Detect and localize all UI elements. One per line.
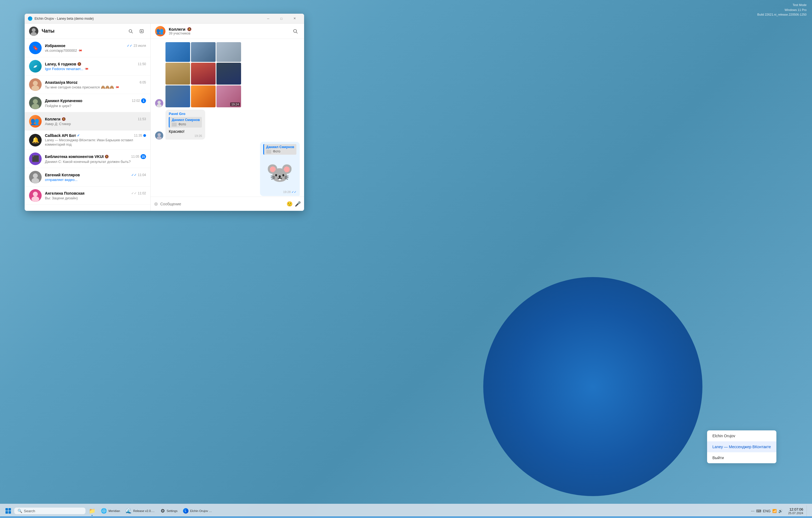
message-time-row: 19:28 ✓✓ xyxy=(263,190,296,194)
sidebar-header: Чаты xyxy=(25,24,150,39)
compose-button[interactable] xyxy=(137,27,146,36)
taskbar-app-edge[interactable]: 🌊 Release v2.0.600-BETA - xyxy=(123,506,157,516)
chat-time: 12:02 xyxy=(132,99,140,103)
meridian-label: Meridian xyxy=(109,509,120,513)
system-tray[interactable]: ⋯ ⌨ ENG 📶 🔊 xyxy=(749,508,785,514)
chat-name: Ангелина Поповская xyxy=(45,191,84,195)
svg-point-22 xyxy=(157,133,161,136)
chat-avatar xyxy=(29,189,41,202)
keyboard-icon: ⌨ xyxy=(756,509,761,513)
svg-line-19 xyxy=(296,32,297,33)
chat-sidebar: Чаты xyxy=(25,24,151,211)
chat-avatar xyxy=(29,171,41,183)
context-menu-item[interactable]: Elchin Orujov xyxy=(707,430,776,441)
pin-icon: 📌 xyxy=(84,67,89,71)
message-time: 19:28 xyxy=(283,190,291,193)
sticker-image: 🐭 xyxy=(263,156,296,189)
chat-item[interactable]: Laney, 6 годиков 🔕 11:50 Igor Fedorov пе… xyxy=(25,57,150,75)
photo-time: 19:24 xyxy=(230,102,240,106)
lang-icon: ENG xyxy=(763,509,771,513)
photo-cell xyxy=(191,85,215,107)
minimize-button[interactable]: ─ xyxy=(262,14,274,24)
taskbar-search[interactable]: 🔍 Search xyxy=(14,508,85,514)
settings-label: Settings xyxy=(167,509,177,513)
chat-info: Библиотека компонентов VKUI 🔕 11:05 15 Д… xyxy=(45,154,146,164)
svg-point-16 xyxy=(31,196,39,202)
svg-text:👥: 👥 xyxy=(156,27,164,35)
taskbar-indicator xyxy=(0,517,812,517)
chat-item[interactable]: 👥 Коллеги 🔕 11:53 Амир Д: Стикер xyxy=(25,112,150,130)
chat-header-avatar: 👥 xyxy=(155,26,166,36)
check-icon: ✓✓ xyxy=(131,173,137,177)
window-controls: ─ □ ✕ xyxy=(262,14,301,24)
chat-panel: 👥 Коллеги 🔕 39 участников xyxy=(151,24,304,211)
chat-item[interactable]: ⬛ Библиотека компонентов VKUI 🔕 11:05 15 xyxy=(25,150,150,168)
svg-point-14 xyxy=(31,178,39,183)
more-icon: ⋯ xyxy=(751,509,754,513)
chat-time: 11:35 xyxy=(134,133,142,138)
check-icon: ✓✓ xyxy=(131,191,137,195)
app-icon xyxy=(28,17,32,21)
chat-info: Коллеги 🔕 11:53 Амир Д: Стикер xyxy=(45,117,146,126)
message-time: 19:26 xyxy=(169,134,202,138)
chat-avatar: 🔖 xyxy=(29,41,41,54)
svg-point-10 xyxy=(33,99,38,104)
chat-info: Laney, 6 годиков 🔕 11:50 Igor Fedorov пе… xyxy=(45,62,146,71)
photo-cell: 19:24 xyxy=(216,85,241,107)
taskbar-app-laney[interactable]: L Elchin Orujov - Laney be xyxy=(181,506,214,516)
context-menu-item-logout[interactable]: Выйти xyxy=(707,452,776,463)
chat-search-button[interactable] xyxy=(291,27,300,36)
message-avatar xyxy=(155,131,163,140)
volume-icon: 🔊 xyxy=(778,509,783,513)
system-build: Build 22621.ni_release.220506-1250 xyxy=(757,12,807,17)
svg-point-9 xyxy=(31,85,39,91)
voice-button[interactable]: 🎤 xyxy=(295,201,301,207)
taskbar-app-meridian[interactable]: 🌐 Meridian xyxy=(98,506,122,516)
chat-preview: Igor Fedorov печатает... 📌 xyxy=(45,67,146,71)
attach-button[interactable]: ⊕ xyxy=(154,201,158,207)
chat-preview: Laney — Мессенджер ВКонтакте: Иван Барыш… xyxy=(45,138,146,147)
photo-row-3: 19:24 xyxy=(166,85,241,107)
chat-mute-icon: 🔕 xyxy=(187,27,192,31)
photo-grid-message: 19:24 xyxy=(166,42,241,107)
emoji-button[interactable]: 🙂 xyxy=(287,201,293,207)
search-button[interactable] xyxy=(126,27,135,36)
photo-row-1 xyxy=(166,42,241,62)
chat-preview: vk.com/app7000002 📌 xyxy=(45,49,146,53)
maximize-button[interactable]: □ xyxy=(275,14,288,24)
chat-item[interactable]: Anastasiya Moroz 6:05 Ты мне сегодня сно… xyxy=(25,75,150,94)
svg-point-18 xyxy=(294,29,297,32)
message-input[interactable] xyxy=(160,202,284,206)
chat-item[interactable]: Даниил Курпаченко 12:02 1 Пойдём в цирк? xyxy=(25,94,150,112)
show-desktop-button[interactable] xyxy=(807,506,809,516)
title-bar: Elchin Orujov - Laney beta (demo mode) ─… xyxy=(25,14,304,24)
taskbar-app-explorer[interactable]: 📁 xyxy=(87,506,97,516)
chat-item[interactable]: Евгений Котляров ✓✓ 11:04 отправляет вид… xyxy=(25,168,150,186)
chat-avatar xyxy=(29,78,41,91)
reply-text: Фото xyxy=(172,122,200,126)
close-button[interactable]: ✕ xyxy=(288,14,301,24)
svg-point-21 xyxy=(157,104,162,107)
context-menu-item-laney[interactable]: Laney — Мессенджер ВКонтакте xyxy=(707,441,776,452)
chat-name: Коллеги 🔕 xyxy=(45,117,66,121)
svg-point-0 xyxy=(32,28,36,32)
svg-point-23 xyxy=(157,136,162,140)
chat-item[interactable]: 🔔 Callback API Бот ✓ 11:35 xyxy=(25,130,150,150)
system-info: Test Mode Windows 11 Pro Build 22621.ni_… xyxy=(757,3,807,17)
chat-item[interactable]: 🔖 Избранное ✓✓ 23 июля vk.c xyxy=(25,39,150,57)
taskbar-app-settings[interactable]: ⚙ Settings xyxy=(158,506,180,516)
chat-name: Laney, 6 годиков 🔕 xyxy=(45,62,81,66)
chat-name: Даниил Курпаченко xyxy=(45,98,83,103)
taskbar-clock[interactable]: 12:07:06 25.07.2024 xyxy=(786,507,806,515)
laney-label: Elchin Orujov - Laney be xyxy=(190,509,212,513)
explorer-icon: 📁 xyxy=(89,508,96,514)
sidebar-title: Чаты xyxy=(41,28,126,34)
search-icon: 🔍 xyxy=(18,509,22,513)
photo-cell xyxy=(216,42,241,62)
app-content: Чаты xyxy=(25,24,304,211)
start-button[interactable] xyxy=(3,506,13,516)
sidebar-header-icons xyxy=(126,27,146,36)
chat-item[interactable]: Ангелина Поповская ✓✓ 11:02 Вы: Зацени д… xyxy=(25,186,150,205)
chat-name: Евгений Котляров xyxy=(45,173,80,177)
window-title: Elchin Orujov - Laney beta (demo mode) xyxy=(34,17,262,21)
